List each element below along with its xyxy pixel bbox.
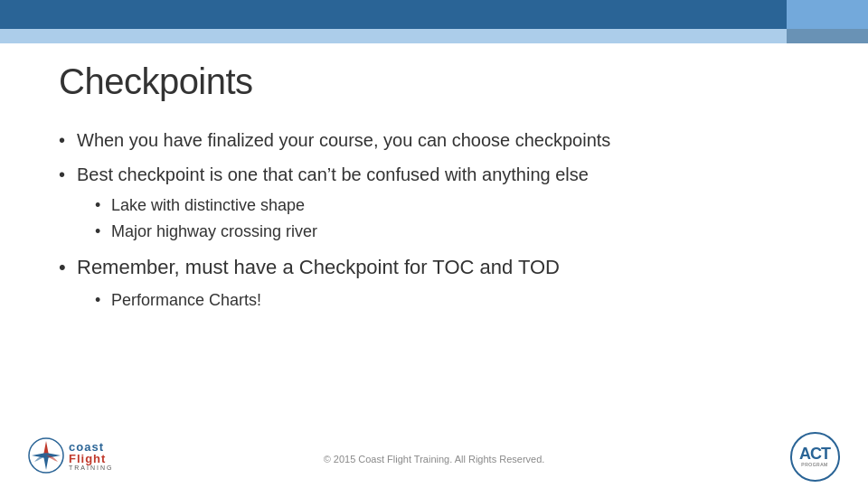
list-item: Lake with distinctive shape xyxy=(95,194,809,217)
bullet-list: When you have finalized your course, you… xyxy=(59,127,809,312)
header-bar-accent xyxy=(787,0,868,29)
list-item: Major highway crossing river xyxy=(95,221,809,243)
logo-coast-text: coast xyxy=(69,441,113,453)
list-item: Remember, must have a Checkpoint for TOC… xyxy=(59,254,809,312)
sub-bullet-list: Performance Charts! xyxy=(95,289,809,312)
act-text: ACT xyxy=(799,446,830,462)
header-bar-main xyxy=(0,0,787,29)
list-item: When you have finalized your course, you… xyxy=(59,127,809,153)
logo-flight-text: Flight xyxy=(69,453,113,465)
slide-title: Checkpoints xyxy=(59,61,809,102)
header-bar xyxy=(0,0,868,43)
slide: Checkpoints When you have finalized your… xyxy=(0,0,868,488)
footer: © 2015 Coast Flight Training. All Rights… xyxy=(0,429,868,488)
header-bar-sub-accent xyxy=(787,29,868,43)
content-area: Checkpoints When you have finalized your… xyxy=(59,61,809,425)
list-item: Best checkpoint is one that can’t be con… xyxy=(59,162,809,243)
compass-icon xyxy=(27,436,65,474)
copyright-text: © 2015 Coast Flight Training. All Rights… xyxy=(324,454,545,465)
header-bar-sub xyxy=(0,29,787,43)
sub-bullet-list: Lake with distinctive shape Major highwa… xyxy=(95,194,809,243)
logo-text: coast Flight training xyxy=(69,441,113,471)
list-item: Performance Charts! xyxy=(95,289,809,312)
logo-training-text: training xyxy=(69,465,113,471)
act-badge: ACT PROGRAM xyxy=(790,432,840,482)
act-logo: ACT PROGRAM xyxy=(783,434,846,479)
act-subtext: PROGRAM xyxy=(801,462,827,467)
coast-flight-logo: coast Flight training xyxy=(27,436,118,477)
